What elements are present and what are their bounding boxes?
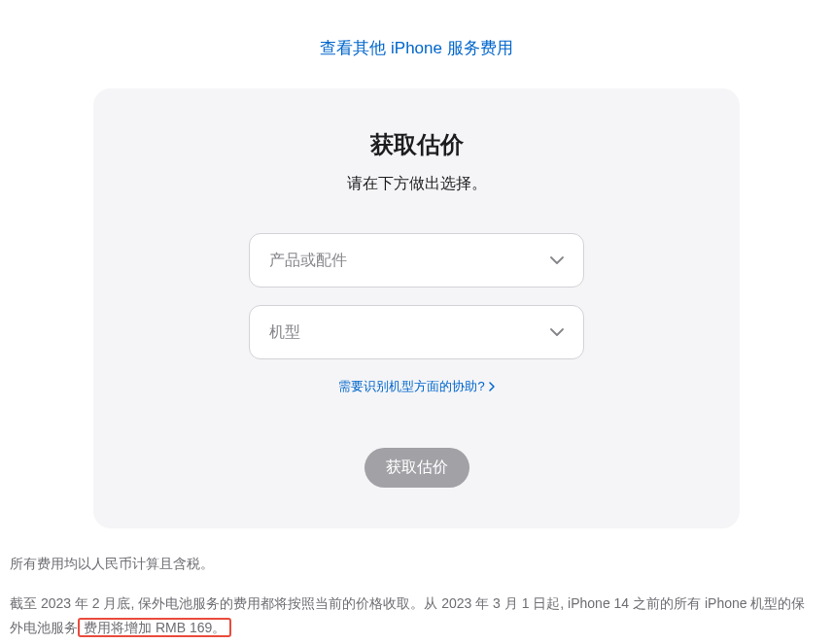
get-estimate-button[interactable]: 获取估价: [364, 448, 469, 488]
price-increase-highlight: 费用将增加 RMB 169。: [78, 618, 231, 637]
model-select[interactable]: 机型: [249, 305, 584, 359]
estimate-card: 获取估价 请在下方做出选择。 产品或配件 机型 需要识别机型方面的协助? 获取估…: [93, 88, 740, 528]
card-title: 获取估价: [93, 129, 740, 160]
footnote-pricing: 截至 2023 年 2 月底, 保外电池服务的费用都将按照当前的价格收取。从 2…: [10, 592, 807, 640]
footnote-currency: 所有费用均以人民币计算且含税。: [10, 552, 807, 576]
identify-model-help-link[interactable]: 需要识别机型方面的协助?: [338, 378, 494, 395]
chevron-right-icon: [489, 382, 495, 391]
product-select[interactable]: 产品或配件: [249, 233, 584, 288]
help-link-label: 需要识别机型方面的协助?: [338, 378, 484, 395]
chevron-down-icon: [550, 256, 564, 264]
card-subtitle: 请在下方做出选择。: [93, 174, 740, 194]
model-select-placeholder: 机型: [269, 322, 550, 343]
chevron-down-icon: [550, 328, 564, 336]
footnotes: 所有费用均以人民币计算且含税。 截至 2023 年 2 月底, 保外电池服务的费…: [10, 552, 807, 641]
view-other-services-link[interactable]: 查看其他 iPhone 服务费用: [320, 39, 512, 57]
product-select-placeholder: 产品或配件: [269, 251, 550, 271]
